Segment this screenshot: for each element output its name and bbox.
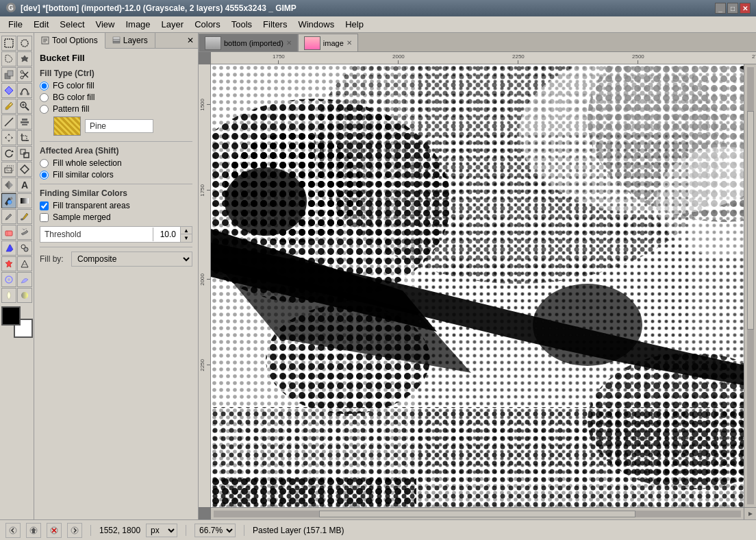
- desaturate-tool[interactable]: [17, 288, 32, 303]
- ink-tool[interactable]: [1, 241, 16, 256]
- status-nav-next[interactable]: [67, 523, 82, 538]
- transform-tool[interactable]: [17, 162, 32, 177]
- zoom-select[interactable]: 66.7% 50% 100%: [194, 524, 236, 537]
- corner-expand-button[interactable]: [744, 507, 756, 519]
- image-tab-2[interactable]: image ✕: [298, 34, 358, 51]
- free-select-tool[interactable]: [1, 51, 16, 66]
- tool-row-6: [1, 114, 32, 130]
- blend-tool[interactable]: [17, 193, 32, 208]
- perspective-tool[interactable]: [17, 256, 32, 271]
- scissors-select-tool[interactable]: [17, 67, 32, 82]
- menu-edit[interactable]: Edit: [28, 18, 54, 31]
- fill-whole-selection-radio[interactable]: Fill whole selection: [40, 158, 192, 168]
- status-cancel[interactable]: [47, 523, 62, 538]
- fill-pattern-radio[interactable]: Pattern fill: [40, 104, 192, 114]
- menu-image[interactable]: Image: [120, 18, 155, 31]
- rotate-tool[interactable]: [1, 146, 16, 161]
- fill-bg-radio[interactable]: BG color fill: [40, 93, 192, 102]
- h-scroll-thumb[interactable]: [319, 511, 635, 517]
- crop-tool[interactable]: [17, 130, 32, 145]
- tab-tool-options[interactable]: Tool Options: [34, 33, 105, 49]
- pattern-preview[interactable]: [53, 116, 81, 136]
- clone-tool[interactable]: [17, 241, 32, 256]
- v-scroll-track[interactable]: [747, 67, 754, 504]
- v-scroll-thumb[interactable]: [747, 111, 754, 330]
- menu-view[interactable]: View: [90, 18, 121, 31]
- menu-filters[interactable]: Filters: [257, 18, 292, 31]
- smudge-tool[interactable]: [17, 272, 32, 287]
- sample-merged-checkbox[interactable]: Sample merged: [40, 212, 192, 222]
- maximize-button[interactable]: □: [727, 3, 738, 14]
- align-tool[interactable]: [17, 114, 32, 130]
- panel-tabs: Tool Options Layers ✕: [34, 33, 198, 49]
- status-nav-prev[interactable]: [5, 523, 21, 538]
- threshold-down-button[interactable]: ▼: [181, 234, 192, 242]
- svg-rect-21: [22, 124, 27, 125]
- tab-2-close[interactable]: ✕: [346, 39, 352, 47]
- measure-tool[interactable]: [1, 114, 16, 130]
- close-button[interactable]: ✕: [740, 3, 751, 14]
- v-ruler: 1500 1750 2000 2250: [199, 64, 211, 507]
- flip-tool[interactable]: [1, 177, 16, 193]
- minimize-button[interactable]: _: [715, 3, 726, 14]
- status-nav-home[interactable]: [26, 523, 41, 538]
- pencil-tool[interactable]: [1, 209, 16, 224]
- ellipse-select-tool[interactable]: [17, 36, 32, 51]
- canvas-with-rulers: 1750 2000 2250 2500 27 1500 1750: [199, 52, 756, 519]
- dodge-burn-tool[interactable]: [1, 288, 16, 303]
- svg-rect-19: [22, 119, 27, 121]
- menu-windows[interactable]: Windows: [292, 18, 340, 31]
- app-icon: G: [5, 2, 16, 15]
- tool-row-1: [1, 36, 32, 51]
- tab-layers[interactable]: Layers: [105, 33, 155, 48]
- threshold-up-button[interactable]: ▲: [181, 227, 192, 234]
- bucket-fill-tool[interactable]: [1, 193, 16, 208]
- menu-help[interactable]: Help: [340, 18, 369, 31]
- color-picker-tool[interactable]: [1, 99, 16, 114]
- shear-tool[interactable]: [1, 162, 16, 177]
- h-ruler-mark-2500: 2500: [632, 53, 644, 60]
- move-tool[interactable]: [1, 130, 16, 145]
- menu-colors[interactable]: Colors: [189, 18, 226, 31]
- menubar: File Edit Select View Image Layer Colors…: [0, 16, 756, 33]
- h-scrollbar[interactable]: [211, 507, 744, 519]
- canvas-viewport[interactable]: [211, 64, 756, 507]
- menu-layer[interactable]: Layer: [156, 18, 190, 31]
- color-area: [1, 306, 33, 338]
- fill-fg-radio[interactable]: FG color fill: [40, 81, 192, 90]
- scale-tool[interactable]: [17, 146, 32, 161]
- v-scrollbar[interactable]: [744, 64, 756, 507]
- tab-1-close[interactable]: ✕: [286, 39, 292, 47]
- svg-rect-48: [113, 41, 120, 43]
- fill-similar-colors-radio[interactable]: Fill similar colors: [40, 170, 192, 180]
- h-ruler-mark-2000: 2000: [392, 53, 405, 60]
- text-tool[interactable]: A: [17, 177, 32, 193]
- svg-line-14: [25, 107, 29, 110]
- menu-file[interactable]: File: [3, 18, 28, 31]
- fuzzy-select-tool[interactable]: [17, 51, 32, 66]
- rect-select-tool[interactable]: [1, 36, 16, 51]
- fill-type-group: FG color fill BG color fill Pattern fill: [40, 81, 192, 114]
- image-tab-1[interactable]: bottom (imported) ✕: [199, 34, 298, 51]
- menu-tools[interactable]: Tools: [226, 18, 257, 31]
- eraser-tool[interactable]: [1, 225, 16, 240]
- fillby-select[interactable]: Composite: [71, 251, 192, 267]
- foreground-select-tool[interactable]: [1, 83, 16, 98]
- heal-tool[interactable]: [1, 256, 16, 271]
- fill-transparent-checkbox[interactable]: Fill transparent areas: [40, 201, 192, 210]
- airbrush-tool[interactable]: [17, 225, 32, 240]
- paths-tool[interactable]: [17, 83, 32, 98]
- menu-select[interactable]: Select: [54, 18, 90, 31]
- paintbrush-tool[interactable]: [17, 209, 32, 224]
- unit-select[interactable]: px mm in: [146, 524, 177, 537]
- h-scroll-track[interactable]: [214, 511, 741, 517]
- by-color-select-tool[interactable]: [1, 67, 16, 82]
- panel-close-button[interactable]: ✕: [183, 33, 198, 48]
- pattern-name-input[interactable]: [85, 119, 153, 133]
- window-title: [dev] *[bottom] (imported)-12.0 (Graysca…: [21, 3, 297, 13]
- svg-rect-70: [416, 133, 690, 339]
- blur-sharpen-tool[interactable]: [1, 272, 16, 287]
- zoom-tool[interactable]: [17, 99, 32, 114]
- foreground-color[interactable]: [1, 306, 21, 326]
- threshold-spinner: ▲ ▼: [180, 227, 192, 242]
